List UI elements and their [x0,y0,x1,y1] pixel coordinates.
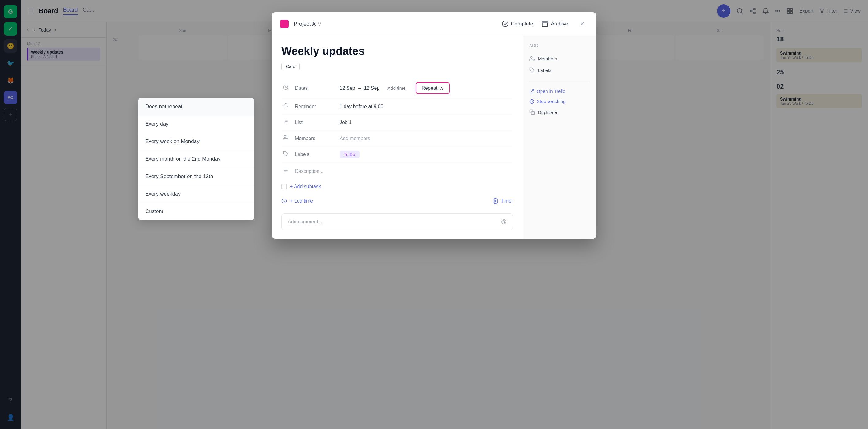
repeat-option-every-weekday[interactable]: Every weekday [138,185,254,203]
description-placeholder: Description... [295,168,323,174]
svg-rect-14 [542,22,548,23]
modal-main: Weekly updates Card Dates 12 Sep – 12 Se… [272,36,523,239]
open-in-trello-button[interactable]: Open in Trello [529,86,590,96]
task-title: Weekly updates [281,44,513,58]
repeat-button[interactable]: Repeat ∧ [415,82,450,94]
members-field: Members Add members [281,130,513,147]
repeat-option-every-day[interactable]: Every day [138,116,254,133]
members-label: Members [295,136,335,141]
svg-point-23 [284,135,286,137]
open-trello-label: Open in Trello [537,89,565,94]
modal-header-actions: Complete Archive × [502,19,588,29]
reminder-label: Reminder [295,104,335,110]
svg-marker-30 [495,200,496,202]
modal-project-name: Project A ∨ [293,21,321,27]
list-icon [281,119,290,126]
reminder-field: Reminder 1 day before at 9:00 [281,99,513,115]
list-label: List [295,120,335,125]
repeat-option-every-week-monday[interactable]: Every week on Monday [138,133,254,150]
modal-overlay[interactable]: Project A ∨ Complete Archive × Weekly up… [0,0,868,429]
sidebar-divider [529,81,590,81]
dates-field: Dates 12 Sep – 12 Sep Add time Repeat ∧ [281,78,513,99]
repeat-option-does-not-repeat[interactable]: Does not repeat [138,98,254,116]
timer-button[interactable]: Timer [492,198,513,204]
modal-close-button[interactable]: × [577,19,588,29]
comment-area[interactable]: Add comment... @ [281,213,513,230]
sidebar-members-item[interactable]: Members [529,53,590,64]
project-color-dot [280,20,289,28]
repeat-chevron-icon: ∧ [440,85,443,91]
svg-line-33 [531,90,534,92]
duplicate-button[interactable]: Duplicate [529,106,590,118]
sidebar-add-label: Add [529,43,590,48]
svg-point-35 [531,101,532,102]
duplicate-label: Duplicate [538,110,557,115]
card-badge[interactable]: Card [281,62,300,70]
subtask-checkbox [281,184,287,189]
repeat-option-every-september-12th[interactable]: Every September on the 12th [138,168,254,185]
modal-header: Project A ∨ Complete Archive × [272,12,596,36]
members-icon [281,135,290,142]
archive-button[interactable]: Archive [541,21,568,27]
add-subtask-button[interactable]: + Add subtask [281,180,513,194]
log-time-button[interactable]: + Log time [281,198,313,204]
labels-field: Labels To Do [281,147,513,163]
modal-body: Weekly updates Card Dates 12 Sep – 12 Se… [272,36,596,239]
at-mention-icon: @ [501,218,507,225]
sidebar-labels-label: Labels [538,68,551,73]
project-chevron-icon: ∨ [317,21,321,27]
repeat-option-every-month-2nd-monday[interactable]: Every month on the 2nd Monday [138,150,254,168]
dates-label: Dates [295,86,335,91]
sidebar-members-label: Members [538,56,557,61]
stop-watching-button[interactable]: Stop watching [529,96,590,106]
add-time-button[interactable]: Add time [388,86,405,91]
labels-icon [281,151,290,158]
svg-point-31 [531,56,532,58]
labels-value[interactable]: To Do [340,151,360,158]
modal-sidebar: Add Members Labels Open in Trello Stop [523,36,596,239]
repeat-option-custom[interactable]: Custom [138,203,254,220]
todo-badge: To Do [340,151,360,158]
task-modal: Project A ∨ Complete Archive × Weekly up… [272,12,596,239]
log-time-area: + Log time Timer [281,194,513,208]
labels-label: Labels [295,152,335,157]
reminder-value[interactable]: 1 day before at 9:00 [340,104,383,110]
complete-button[interactable]: Complete [502,21,533,27]
description-field[interactable]: Description... [281,163,513,180]
svg-point-29 [493,198,498,204]
list-value[interactable]: Job 1 [340,120,351,125]
repeat-dropdown: Does not repeat Every day Every week on … [138,98,254,220]
stop-watching-label: Stop watching [537,99,565,104]
sidebar-labels-item[interactable]: Labels [529,64,590,76]
svg-rect-36 [531,112,534,115]
description-icon [281,167,290,175]
members-placeholder[interactable]: Add members [340,136,370,141]
dates-icon [281,85,290,92]
svg-point-34 [530,99,534,103]
reminder-icon [281,103,290,110]
comment-placeholder: Add comment... [288,219,322,225]
list-field: List Job 1 [281,115,513,130]
dates-value[interactable]: 12 Sep – 12 Sep [340,86,379,91]
